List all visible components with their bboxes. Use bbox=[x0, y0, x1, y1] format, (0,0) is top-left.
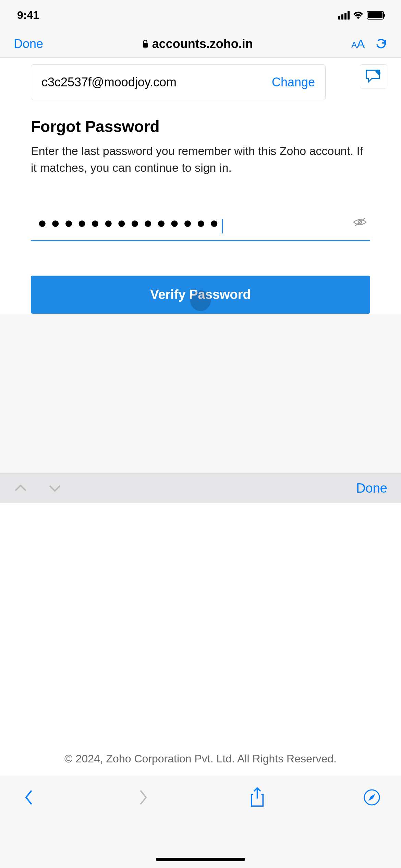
content-area: c3c2537f@moodjoy.com Change Forgot Passw… bbox=[0, 58, 401, 314]
password-input[interactable]: ●●●●●●●●●●●●●● bbox=[31, 214, 370, 242]
url-bar[interactable]: accounts.zoho.in bbox=[53, 37, 341, 51]
keyboard-accessory-bar: Done bbox=[0, 473, 401, 503]
safari-icon[interactable] bbox=[363, 789, 380, 806]
share-icon[interactable] bbox=[248, 787, 267, 808]
browser-done-button[interactable]: Done bbox=[14, 37, 43, 51]
email-value: c3c2537f@moodjoy.com bbox=[41, 75, 177, 89]
email-display-box: c3c2537f@moodjoy.com Change bbox=[31, 64, 326, 100]
page-title: Forgot Password bbox=[31, 117, 370, 136]
verify-password-button[interactable]: Verify Password bbox=[31, 276, 370, 314]
keyboard-done-button[interactable]: Done bbox=[356, 481, 387, 496]
wifi-icon bbox=[353, 11, 363, 19]
text-cursor bbox=[222, 219, 223, 233]
status-bar: 9:41 bbox=[0, 0, 401, 30]
browser-header: Done accounts.zoho.in AA bbox=[0, 30, 401, 58]
feedback-icon bbox=[365, 69, 382, 84]
white-area bbox=[0, 503, 401, 775]
status-time: 9:41 bbox=[17, 9, 39, 22]
page-description: Enter the last password you remember wit… bbox=[31, 143, 370, 177]
browser-footer bbox=[0, 775, 401, 868]
status-icons bbox=[338, 11, 384, 20]
previous-field-icon[interactable] bbox=[14, 483, 27, 493]
touch-indicator bbox=[190, 290, 211, 311]
home-indicator[interactable] bbox=[156, 858, 245, 861]
lock-icon bbox=[142, 40, 149, 48]
cellular-signal-icon bbox=[338, 11, 350, 20]
refresh-icon[interactable] bbox=[375, 38, 387, 50]
change-email-link[interactable]: Change bbox=[272, 75, 315, 89]
forward-icon[interactable] bbox=[134, 789, 151, 806]
keyboard-nav-group bbox=[14, 483, 62, 493]
back-icon[interactable] bbox=[21, 789, 38, 806]
battery-icon bbox=[367, 11, 384, 20]
url-text: accounts.zoho.in bbox=[152, 37, 253, 51]
next-field-icon[interactable] bbox=[48, 483, 62, 493]
feedback-button[interactable] bbox=[360, 64, 387, 88]
password-masked-value: ●●●●●●●●●●●●●● bbox=[31, 214, 223, 231]
copyright-text: © 2024, Zoho Corporation Pvt. Ltd. All R… bbox=[0, 752, 401, 765]
browser-toolbar bbox=[0, 775, 401, 820]
toggle-password-visibility-icon[interactable] bbox=[353, 217, 367, 227]
svg-rect-0 bbox=[143, 43, 147, 47]
reader-mode-button[interactable]: AA bbox=[351, 37, 365, 50]
